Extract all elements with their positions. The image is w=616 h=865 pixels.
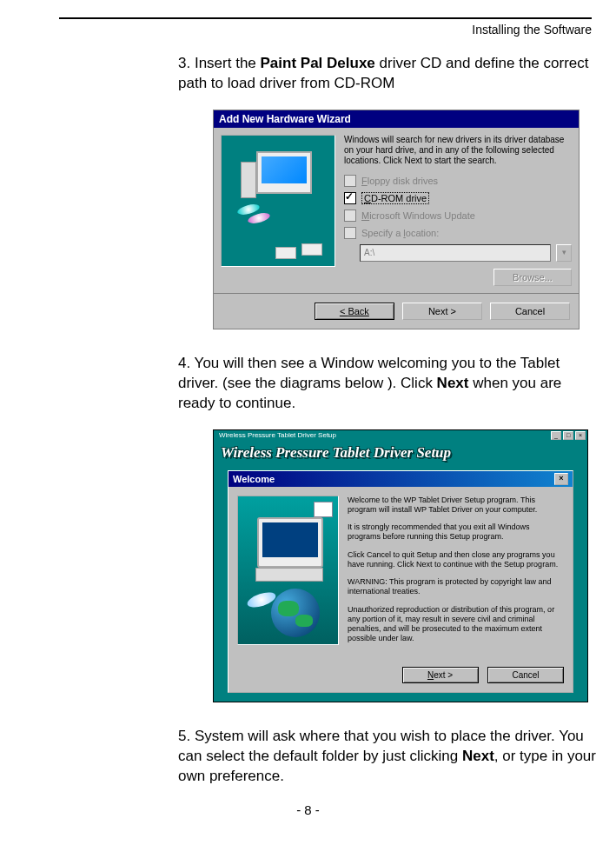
- wizard2-body-text: Welcome to the WP Tablet Driver Setup pr…: [348, 496, 564, 652]
- step-3: 3. Insert the Paint Pal Deluxe driver CD…: [178, 54, 599, 94]
- step5-bold: Next: [462, 748, 494, 764]
- checkbox-update[interactable]: [344, 210, 356, 222]
- w2-p3: Click Cancel to quit Setup and then clos…: [348, 550, 564, 570]
- location-input[interactable]: A:\: [360, 244, 551, 262]
- opt-update-label: icrosoft Windows Update: [369, 210, 475, 221]
- option-cdrom[interactable]: CD-ROM drive: [344, 192, 572, 204]
- minimize-icon[interactable]: _: [551, 431, 561, 440]
- back-button[interactable]: < Back: [315, 303, 394, 320]
- checkbox-cdrom[interactable]: [344, 192, 356, 204]
- cancel-button[interactable]: Cancel: [490, 303, 570, 320]
- w2-next-button[interactable]: Next >: [402, 667, 479, 683]
- opt-floppy-label: loppy disk drives: [368, 176, 438, 186]
- next-button[interactable]: Next >: [402, 303, 482, 320]
- step-4: 4. You will then see a Window welcoming …: [178, 354, 599, 414]
- checkbox-location[interactable]: [344, 227, 356, 239]
- wizard2-topbar-title: Wireless Pressure Tablet Driver Setup: [215, 431, 549, 439]
- opt-loc-b: ocation:: [406, 228, 440, 238]
- w2-p4: WARNING: This program is protected by co…: [348, 577, 564, 597]
- opt-cdrom-label: D-ROM drive: [371, 193, 427, 203]
- step4-bold: Next: [437, 375, 469, 391]
- opt-cdrom-u: C: [364, 193, 371, 203]
- wizard2-title: Wireless Pressure Tablet Driver Setup: [221, 444, 451, 461]
- w2-p1: Welcome to the WP Tablet Driver Setup pr…: [348, 496, 564, 516]
- w2-p2: It is strongly recommended that you exit…: [348, 522, 564, 542]
- step3-text-a: Insert the: [195, 55, 261, 71]
- option-specify-location[interactable]: Specify a location:: [344, 227, 572, 239]
- close-icon[interactable]: ×: [575, 431, 586, 440]
- step5-num: 5.: [178, 728, 190, 744]
- browse-button[interactable]: Browse...: [493, 269, 572, 286]
- step3-num: 3.: [178, 55, 190, 71]
- wizard2-illustration: [237, 496, 339, 645]
- wizard2-topbar: Wireless Pressure Tablet Driver Setup _ …: [214, 430, 587, 441]
- opt-floppy-u: F: [361, 176, 368, 186]
- location-dropdown-icon[interactable]: ▾: [556, 244, 572, 262]
- welcome-title: Welcome: [233, 474, 275, 484]
- option-floppy[interactable]: Floppy disk drives: [344, 175, 572, 187]
- maximize-icon[interactable]: □: [563, 431, 573, 440]
- step4-num: 4.: [178, 355, 190, 371]
- step3-bold: Paint Pal Deluxe: [261, 55, 375, 71]
- page-number: - 8 -: [0, 802, 616, 817]
- checkbox-floppy[interactable]: [344, 175, 356, 187]
- wizard1-illustration: [221, 135, 335, 267]
- wizard1-intro: Windows will search for new drivers in i…: [344, 135, 572, 166]
- add-hardware-wizard: Add New Hardware Wizard Windows will sea…: [213, 110, 580, 329]
- opt-loc-a: Specify a: [361, 228, 403, 238]
- step-5: 5. System will ask where that you wish t…: [178, 727, 599, 787]
- welcome-titlebar: Welcome ×: [229, 471, 573, 487]
- welcome-close-icon[interactable]: ×: [554, 473, 568, 485]
- wizard1-titlebar: Add New Hardware Wizard: [214, 110, 579, 128]
- w2-p5: Unauthorized reproduction or distributio…: [348, 605, 564, 644]
- header-section: Installing the Software: [0, 23, 592, 37]
- opt-update-u: M: [361, 210, 369, 221]
- w2-cancel-button[interactable]: Cancel: [487, 667, 564, 683]
- driver-setup-window: Wireless Pressure Tablet Driver Setup _ …: [213, 429, 588, 702]
- header-rule: [59, 17, 592, 19]
- option-windows-update[interactable]: Microsoft Windows Update: [344, 210, 572, 222]
